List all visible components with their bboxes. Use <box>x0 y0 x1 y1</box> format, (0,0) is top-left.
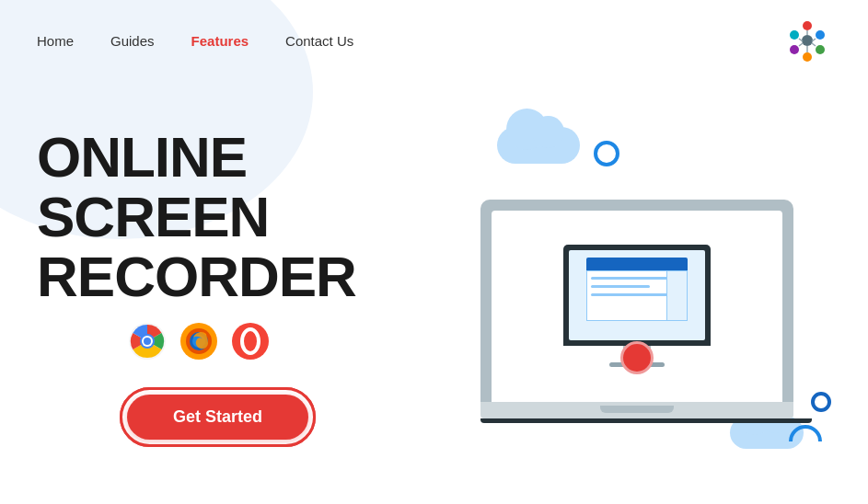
cta-wrapper: Get Started <box>120 387 442 447</box>
svg-line-11 <box>799 43 803 46</box>
laptop-illustration <box>480 200 793 423</box>
svg-point-3 <box>803 52 812 62</box>
left-panel: ONLINE SCREEN RECORDER <box>37 99 442 447</box>
laptop-base <box>480 402 793 418</box>
svg-point-2 <box>816 45 825 54</box>
headline-line2: RECORDER <box>37 245 356 308</box>
main-content: ONLINE SCREEN RECORDER <box>0 81 868 504</box>
ring-decoration-2 <box>811 392 831 412</box>
nav-guides[interactable]: Guides <box>110 33 155 49</box>
nav-features[interactable]: Features <box>191 33 249 49</box>
firefox-icon <box>180 323 217 360</box>
svg-line-9 <box>812 43 816 46</box>
win-line-2 <box>591 285 651 288</box>
right-panel <box>442 99 831 504</box>
headline: ONLINE SCREEN RECORDER <box>37 127 442 306</box>
logo: meetrix.io <box>783 17 831 64</box>
nav-links: Home Guides Features Contact Us <box>37 33 783 49</box>
window-titlebar <box>586 258 688 270</box>
svg-point-5 <box>790 30 799 40</box>
nav-home[interactable]: Home <box>37 33 74 49</box>
svg-point-4 <box>790 45 799 54</box>
svg-point-17 <box>144 338 151 345</box>
monitor-frame <box>563 245 711 346</box>
navbar: Home Guides Features Contact Us meetrix.… <box>0 0 868 81</box>
cloud-1 <box>497 127 580 164</box>
svg-point-6 <box>802 35 813 46</box>
headline-line1: ONLINE SCREEN <box>37 125 269 248</box>
get-started-button[interactable]: Get Started <box>127 395 308 440</box>
svg-text:meetrix.io: meetrix.io <box>793 63 821 64</box>
cta-border-box: Get Started <box>120 387 316 447</box>
chrome-icon <box>129 323 166 360</box>
record-button <box>620 341 654 374</box>
laptop-bottom-strip <box>480 418 812 423</box>
laptop-notch <box>600 406 674 413</box>
ring-decoration-1 <box>594 141 619 166</box>
svg-point-0 <box>803 21 812 30</box>
svg-point-1 <box>816 30 825 40</box>
monitor-screen <box>569 250 705 340</box>
window-body <box>586 270 688 321</box>
browser-icons <box>129 323 442 360</box>
record-dot <box>620 341 654 374</box>
nav-contact-us[interactable]: Contact Us <box>285 33 353 49</box>
opera-icon <box>232 323 269 360</box>
window-sidebar <box>666 271 687 320</box>
